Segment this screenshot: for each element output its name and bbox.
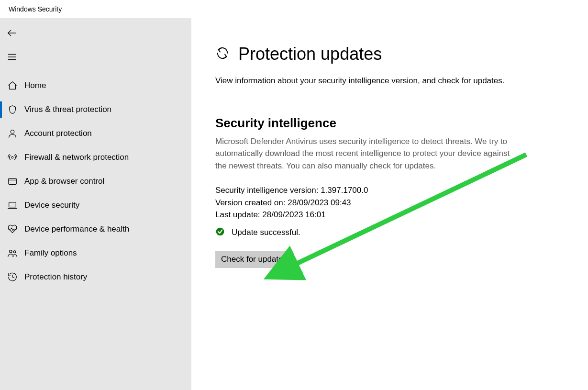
sidebar-item-device-security[interactable]: Device security	[0, 193, 191, 217]
sidebar-item-app-browser[interactable]: App & browser control	[0, 169, 191, 193]
menu-button[interactable]	[0, 46, 191, 70]
home-icon	[7, 80, 18, 91]
sidebar-item-home[interactable]: Home	[0, 74, 191, 98]
person-icon	[7, 128, 18, 139]
title-bar: Windows Security	[0, 0, 588, 18]
nav-list: Home Virus & threat protection Account p…	[0, 74, 191, 289]
svg-point-11	[13, 251, 16, 253]
section-description: Microsoft Defender Antivirus uses securi…	[215, 135, 512, 172]
refresh-icon	[215, 46, 230, 62]
check-for-updates-button[interactable]: Check for updates	[215, 251, 293, 268]
hamburger-icon	[7, 52, 17, 64]
intelligence-version: Security intelligence version: 1.397.170…	[215, 184, 550, 197]
heartbeat-icon	[7, 223, 18, 235]
sidebar-item-label: Firewall & network protection	[24, 153, 129, 162]
shield-icon	[7, 104, 18, 115]
sidebar: Home Virus & threat protection Account p…	[0, 18, 191, 390]
back-button[interactable]	[0, 22, 191, 46]
sidebar-item-label: Account protection	[24, 129, 92, 138]
svg-point-4	[11, 130, 14, 134]
sidebar-item-account[interactable]: Account protection	[0, 122, 191, 145]
page-title: Protection updates	[238, 44, 382, 64]
svg-point-5	[11, 156, 13, 158]
section-title: Security intelligence	[215, 116, 550, 131]
last-update: Last update: 28/09/2023 16:01	[215, 209, 550, 221]
history-icon	[7, 271, 18, 283]
svg-point-12	[216, 227, 224, 235]
laptop-icon	[7, 200, 18, 211]
check-circle-icon	[215, 227, 225, 238]
sidebar-item-label: Device performance & health	[24, 224, 129, 234]
network-icon	[7, 152, 18, 163]
sidebar-item-label: Virus & threat protection	[24, 105, 111, 114]
sidebar-item-label: Device security	[24, 201, 79, 210]
version-created: Version created on: 28/09/2023 09:43	[215, 197, 550, 209]
app-title: Windows Security	[9, 5, 62, 13]
sidebar-item-performance-health[interactable]: Device performance & health	[0, 217, 191, 241]
sidebar-item-label: App & browser control	[24, 177, 104, 186]
sidebar-item-protection-history[interactable]: Protection history	[0, 265, 191, 289]
page-subtitle: View information about your security int…	[215, 75, 521, 87]
svg-rect-6	[9, 178, 17, 185]
family-icon	[7, 247, 18, 259]
sidebar-item-virus-threat[interactable]: Virus & threat protection	[0, 98, 191, 122]
svg-rect-8	[9, 202, 16, 207]
back-arrow-icon	[7, 28, 17, 40]
sidebar-item-label: Protection history	[24, 272, 87, 282]
svg-point-10	[10, 250, 12, 253]
app-window-icon	[7, 176, 18, 187]
sidebar-item-label: Home	[24, 81, 46, 90]
sidebar-item-label: Family options	[24, 248, 77, 258]
content-area: Protection updates View information abou…	[191, 18, 588, 390]
sidebar-item-firewall[interactable]: Firewall & network protection	[0, 145, 191, 169]
update-status: Update successful.	[215, 227, 550, 238]
sidebar-item-family[interactable]: Family options	[0, 241, 191, 265]
status-text: Update successful.	[232, 228, 300, 237]
